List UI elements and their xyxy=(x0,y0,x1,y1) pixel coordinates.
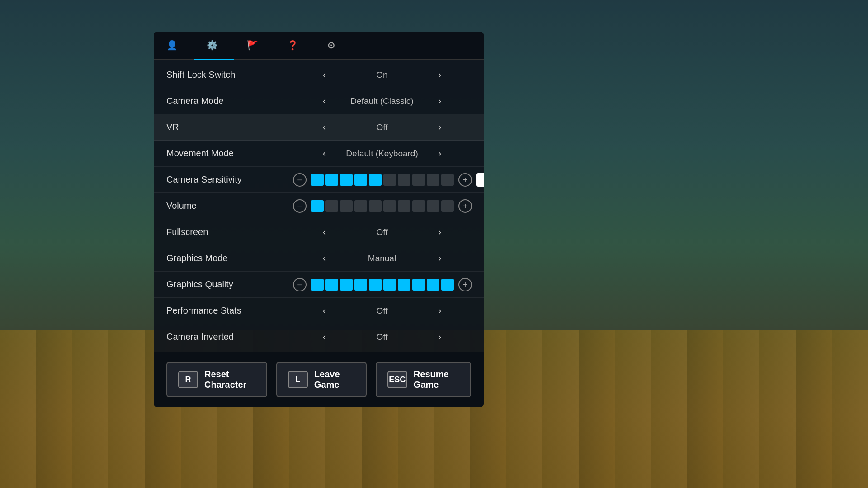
slider-block-volume-9[interactable] xyxy=(441,200,454,212)
slider-block-volume-3[interactable] xyxy=(354,200,367,212)
arrow-left-graphics-mode[interactable]: ‹ xyxy=(319,251,330,266)
slider-block-volume-8[interactable] xyxy=(427,200,439,212)
slider-minus-volume[interactable]: − xyxy=(293,199,307,213)
setting-value-shift-lock: On xyxy=(337,70,427,80)
action-btn-resume[interactable]: ESCResume Game xyxy=(376,362,471,397)
arrow-left-movement-mode[interactable]: ‹ xyxy=(319,146,330,161)
arrow-right-shift-lock[interactable]: › xyxy=(434,67,445,83)
slider-block-graphics-quality-7[interactable] xyxy=(412,279,425,291)
setting-label-graphics-quality: Graphics Quality xyxy=(166,279,293,290)
arrow-right-vr[interactable]: › xyxy=(434,120,445,135)
arrow-left-camera-mode[interactable]: ‹ xyxy=(319,94,330,109)
setting-control-movement-mode: ‹Default (Keyboard)› xyxy=(293,146,471,161)
tab-record[interactable]: ⊙ xyxy=(315,32,351,60)
setting-row-volume: Volume−+ xyxy=(154,193,484,219)
setting-control-camera-mode: ‹Default (Classic)› xyxy=(293,94,471,109)
arrow-left-performance-stats[interactable]: ‹ xyxy=(319,303,330,319)
setting-row-camera-sensitivity: Camera Sensitivity−+ xyxy=(154,167,484,193)
action-btn-leave[interactable]: LLeave Game xyxy=(276,362,367,397)
tab-report[interactable]: 🚩 xyxy=(234,32,274,60)
arrow-right-fullscreen[interactable]: › xyxy=(434,225,445,240)
settings-icon: ⚙️ xyxy=(207,40,218,51)
slider-block-volume-6[interactable] xyxy=(398,200,410,212)
setting-control-graphics-quality: −+ xyxy=(293,278,472,291)
slider-control-volume: −+ xyxy=(293,199,472,213)
setting-value-movement-mode: Default (Keyboard) xyxy=(337,149,427,159)
slider-control-camera-sensitivity: −+ xyxy=(293,173,484,187)
action-btn-reset[interactable]: RReset Character xyxy=(166,362,267,397)
slider-block-camera-sensitivity-0[interactable] xyxy=(311,174,324,186)
slider-block-graphics-quality-3[interactable] xyxy=(354,279,367,291)
setting-value-vr: Off xyxy=(337,122,427,132)
slider-block-camera-sensitivity-7[interactable] xyxy=(412,174,425,186)
setting-label-graphics-mode: Graphics Mode xyxy=(166,253,293,263)
slider-block-camera-sensitivity-6[interactable] xyxy=(398,174,410,186)
slider-block-camera-sensitivity-5[interactable] xyxy=(383,174,396,186)
arrow-left-shift-lock[interactable]: ‹ xyxy=(319,67,330,83)
slider-block-camera-sensitivity-2[interactable] xyxy=(340,174,353,186)
arrow-right-camera-inverted[interactable]: › xyxy=(434,329,445,345)
setting-control-volume: −+ xyxy=(293,199,472,213)
slider-block-camera-sensitivity-9[interactable] xyxy=(441,174,454,186)
setting-row-performance-stats: Performance Stats‹Off› xyxy=(154,298,484,324)
slider-block-volume-1[interactable] xyxy=(326,200,338,212)
slider-minus-graphics-quality[interactable]: − xyxy=(293,278,307,291)
bottom-button-bar: RReset CharacterLLeave GameESCResume Gam… xyxy=(154,352,484,407)
action-btn-label-leave: Leave Game xyxy=(314,369,355,390)
slider-block-graphics-quality-5[interactable] xyxy=(383,279,396,291)
setting-value-camera-inverted: Off xyxy=(337,332,427,342)
slider-block-volume-5[interactable] xyxy=(383,200,396,212)
slider-block-camera-sensitivity-8[interactable] xyxy=(427,174,439,186)
setting-label-camera-inverted: Camera Inverted xyxy=(166,332,293,342)
slider-block-graphics-quality-2[interactable] xyxy=(340,279,353,291)
slider-block-graphics-quality-8[interactable] xyxy=(427,279,439,291)
arrow-left-fullscreen[interactable]: ‹ xyxy=(319,225,330,240)
slider-plus-volume[interactable]: + xyxy=(458,199,472,213)
slider-number-camera-sensitivity[interactable] xyxy=(476,173,484,187)
players-icon: 👤 xyxy=(166,40,178,51)
slider-block-volume-4[interactable] xyxy=(369,200,382,212)
tab-settings[interactable]: ⚙️ xyxy=(194,32,234,60)
slider-blocks-graphics-quality[interactable] xyxy=(311,279,454,291)
slider-block-graphics-quality-0[interactable] xyxy=(311,279,324,291)
setting-value-performance-stats: Off xyxy=(337,306,427,316)
setting-control-graphics-mode: ‹Manual› xyxy=(293,251,471,266)
slider-plus-graphics-quality[interactable]: + xyxy=(458,278,472,291)
slider-block-volume-7[interactable] xyxy=(412,200,425,212)
arrow-right-performance-stats[interactable]: › xyxy=(434,303,445,319)
slider-blocks-camera-sensitivity[interactable] xyxy=(311,174,454,186)
key-badge-reset: R xyxy=(178,371,198,388)
slider-block-graphics-quality-1[interactable] xyxy=(326,279,338,291)
slider-block-volume-0[interactable] xyxy=(311,200,324,212)
action-btn-label-resume: Resume Game xyxy=(414,369,459,390)
arrow-right-camera-mode[interactable]: › xyxy=(434,94,445,109)
setting-label-volume: Volume xyxy=(166,201,293,211)
setting-row-shift-lock: Shift Lock Switch‹On› xyxy=(154,62,484,88)
tab-players[interactable]: 👤 xyxy=(154,32,194,60)
tab-help[interactable]: ❓ xyxy=(274,32,315,60)
slider-block-camera-sensitivity-1[interactable] xyxy=(326,174,338,186)
slider-block-graphics-quality-4[interactable] xyxy=(369,279,382,291)
arrow-left-camera-inverted[interactable]: ‹ xyxy=(319,329,330,345)
slider-minus-camera-sensitivity[interactable]: − xyxy=(293,173,307,187)
arrow-right-movement-mode[interactable]: › xyxy=(434,146,445,161)
setting-control-camera-inverted: ‹Off› xyxy=(293,329,471,345)
setting-row-movement-mode: Movement Mode‹Default (Keyboard)› xyxy=(154,141,484,167)
slider-block-volume-2[interactable] xyxy=(340,200,353,212)
slider-block-graphics-quality-9[interactable] xyxy=(441,279,454,291)
setting-row-graphics-quality: Graphics Quality−+ xyxy=(154,272,484,298)
slider-plus-camera-sensitivity[interactable]: + xyxy=(458,173,472,187)
tab-bar: 👤 ⚙️ 🚩 ❓ ⊙ xyxy=(154,32,484,60)
setting-control-performance-stats: ‹Off› xyxy=(293,303,471,319)
slider-block-camera-sensitivity-3[interactable] xyxy=(354,174,367,186)
arrow-right-graphics-mode[interactable]: › xyxy=(434,251,445,266)
slider-blocks-volume[interactable] xyxy=(311,200,454,212)
slider-block-camera-sensitivity-4[interactable] xyxy=(369,174,382,186)
key-badge-leave: L xyxy=(288,371,308,388)
help-icon: ❓ xyxy=(287,40,298,51)
key-badge-resume: ESC xyxy=(387,371,407,388)
arrow-left-vr[interactable]: ‹ xyxy=(319,120,330,135)
setting-label-camera-sensitivity: Camera Sensitivity xyxy=(166,174,293,185)
slider-block-graphics-quality-6[interactable] xyxy=(398,279,410,291)
setting-control-shift-lock: ‹On› xyxy=(293,67,471,83)
